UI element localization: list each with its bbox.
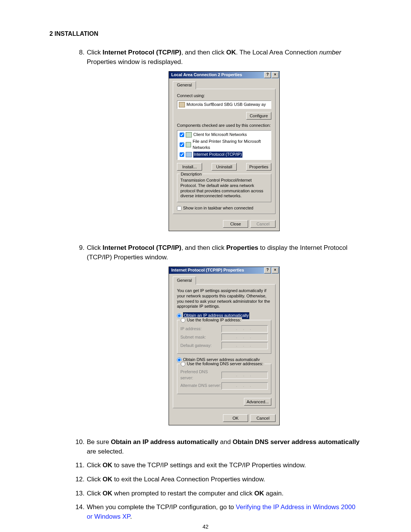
configure-button[interactable]: Configure xyxy=(246,112,271,120)
step-text: Click OK to save the TCP/IP settings and… xyxy=(87,461,362,470)
radio[interactable] xyxy=(181,318,185,323)
section-heading: 2 INSTALLATION xyxy=(49,30,362,37)
local-area-connection-dialog: Local Area Connection 2 Properties ? × G… xyxy=(169,71,280,231)
description-text: Transmission Control Protocol/Internet P… xyxy=(180,178,268,199)
step-text: Click OK when prompted to restart the co… xyxy=(87,489,362,498)
step-text: Be sure Obtain an IP address automatical… xyxy=(87,438,362,456)
component-item[interactable]: File and Printer Sharing for Microsoft N… xyxy=(179,138,269,151)
connect-using-label: Connect using: xyxy=(177,93,271,99)
checkbox[interactable] xyxy=(180,142,184,147)
tab-general[interactable]: General xyxy=(173,81,196,89)
subnet-label: Subnet mask: xyxy=(180,334,206,340)
properties-button[interactable]: Properties xyxy=(246,163,271,171)
adapter-icon xyxy=(179,102,185,107)
description-legend: Description xyxy=(180,171,203,177)
radio-use-ip[interactable]: Use the following IP address: xyxy=(181,317,241,323)
help-button[interactable]: ? xyxy=(264,72,271,78)
show-icon-checkbox[interactable] xyxy=(177,206,182,211)
alt-dns-label: Alternate DNS server: xyxy=(180,383,221,389)
client-icon xyxy=(186,132,192,137)
step-text: Click Internet Protocol (TCP/IP), and th… xyxy=(87,48,362,239)
gateway-label: Default gateway: xyxy=(180,343,212,349)
pref-dns-field: . . . xyxy=(221,372,268,379)
checkbox[interactable] xyxy=(180,133,184,137)
dialog-title: Local Area Connection 2 Properties xyxy=(170,72,263,78)
step-number: 12. xyxy=(72,475,87,484)
page-number: 42 xyxy=(0,524,411,530)
close-icon[interactable]: × xyxy=(272,72,279,78)
radio-label: Use the following DNS server addresses: xyxy=(187,361,263,367)
titlebar: Internet Protocol (TCP/IP) Properties ? … xyxy=(169,267,279,274)
adapter-name: Motorola SurfBoard SBG USB Gateway ay xyxy=(186,102,266,108)
step-number: 9. xyxy=(72,243,87,433)
component-item[interactable]: Internet Protocol (TCP/IP) xyxy=(179,151,269,158)
step-number: 8. xyxy=(72,48,87,239)
components-label: Components checked are used by this conn… xyxy=(177,123,271,129)
ok-button[interactable]: OK xyxy=(223,414,248,422)
close-button[interactable]: Close xyxy=(223,220,248,228)
component-selected: Internet Protocol (TCP/IP) xyxy=(193,152,242,158)
titlebar: Local Area Connection 2 Properties ? × xyxy=(169,72,279,78)
install-button[interactable]: Install... xyxy=(177,163,202,171)
radio-label: Use the following IP address: xyxy=(187,317,241,323)
pref-dns-label: Preferred DNS server: xyxy=(180,369,221,381)
checkbox[interactable] xyxy=(180,152,184,157)
advanced-button[interactable]: Advanced... xyxy=(244,398,271,406)
steps-list: 8. Click Internet Protocol (TCP/IP), and… xyxy=(72,48,362,521)
radio-use-dns[interactable]: Use the following DNS server addresses: xyxy=(181,361,263,367)
intro-text: You can get IP settings assigned automat… xyxy=(177,288,271,309)
show-icon-label: Show icon in taskbar when connected xyxy=(183,205,253,211)
ip-address-label: IP address: xyxy=(180,326,201,332)
step-number: 13. xyxy=(72,489,87,498)
cancel-button[interactable]: Cancel xyxy=(250,414,276,422)
ip-address-field: . . . xyxy=(221,325,268,332)
cancel-button: Cancel xyxy=(250,220,276,228)
step-text: When you complete the TCP/IP configurati… xyxy=(87,503,362,521)
step-text: Click Internet Protocol (TCP/IP), and th… xyxy=(87,243,362,433)
component-item[interactable]: Client for Microsoft Networks xyxy=(179,131,269,138)
step-number: 14. xyxy=(72,503,87,521)
step-number: 11. xyxy=(72,461,87,470)
dialog-title: Internet Protocol (TCP/IP) Properties xyxy=(170,267,263,273)
adapter-field: Motorola SurfBoard SBG USB Gateway ay xyxy=(177,101,271,109)
radio[interactable] xyxy=(181,362,185,366)
protocol-icon xyxy=(186,152,192,157)
gateway-field: . . . xyxy=(221,342,268,349)
subnet-field: . . . xyxy=(221,334,268,341)
share-icon xyxy=(186,142,191,147)
alt-dns-field: . . . xyxy=(221,382,268,390)
uninstall-button[interactable]: Uninstall xyxy=(212,163,237,171)
tab-general[interactable]: General xyxy=(173,276,196,284)
step-text: Click OK to exit the Local Area Connecti… xyxy=(87,475,362,484)
help-button[interactable]: ? xyxy=(264,267,271,273)
tcpip-properties-dialog: Internet Protocol (TCP/IP) Properties ? … xyxy=(169,267,280,425)
close-icon[interactable]: × xyxy=(272,267,279,273)
step-number: 10. xyxy=(72,438,87,456)
